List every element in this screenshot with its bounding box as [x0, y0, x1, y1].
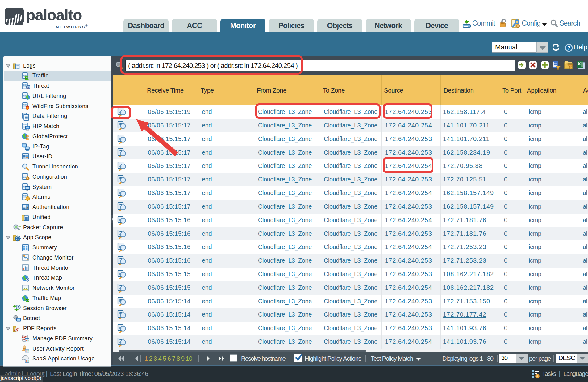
svg-text:x: x: [27, 86, 29, 89]
svg-text:?: ?: [567, 45, 570, 51]
